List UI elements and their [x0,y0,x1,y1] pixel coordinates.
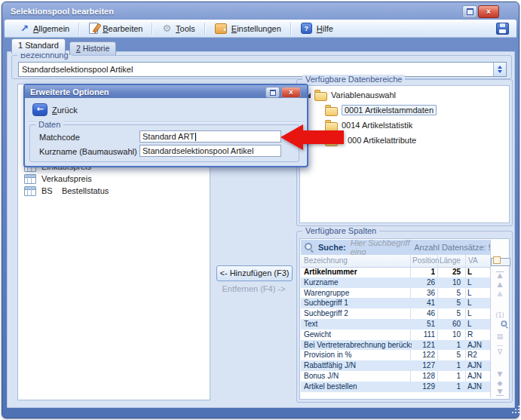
daten-group-label: Daten [35,120,63,129]
table-row[interactable]: Provision in %1225R2 [301,350,490,360]
table-body: Artikelnummer125L Kurzname2610L Warengru… [301,267,490,392]
copy-grid-icon[interactable] [491,258,510,266]
text-caret [195,133,196,141]
matchcode-label: Matchcode [39,133,80,142]
bezeichnung-value: Standardselektionspool Artikel [19,65,493,74]
save-floppy-icon[interactable] [496,23,509,35]
tree-item-label: 000 Artikelattribute [348,136,416,145]
kurzname-value: Standardselektionspool Artikel [143,146,253,155]
table-row[interactable]: Bonus J/N1281AJN [301,371,490,382]
window-titlebar: Selektionspool bearbeiten [2,2,519,20]
table-row[interactable]: Gewicht11110R [301,330,490,340]
table-search-bar[interactable]: Suche: Hier Suchbegriff eing Anzahl Date… [301,240,508,256]
table-row[interactable]: Suchbegriff 2465L [301,308,490,319]
restore-icon [270,90,276,96]
header-position[interactable]: Position [412,256,440,265]
tree-item-artikelstammdaten[interactable]: 0001 Artikelstammdaten [325,103,437,117]
table-row[interactable]: Kurzname2610L [301,277,490,288]
table-row[interactable]: Rabattfähig J/N1271AJN [301,360,490,371]
move-down-icon[interactable]: ▼ [491,371,509,378]
back-label: Zurück [52,106,78,115]
toolbar-label: Tools [176,24,195,33]
main-window: Selektionspool bearbeiten × ↗ Allgemein … [2,2,519,418]
erweiterte-optionen-dialog: Erweiterte Optionen × ← Zurück Daten Mat… [23,84,308,167]
group-count-icon[interactable]: (1) [491,312,509,319]
toolbar-item-bearbeiten[interactable]: Bearbeiten [82,21,149,35]
list-item[interactable]: Verkaufspreis [24,173,92,185]
folder-icon [325,122,338,131]
header-bezeichnung[interactable]: Bezeichnung [304,256,348,265]
matchcode-value: Standard ART [143,132,195,141]
scroll-top-icon[interactable]: ▲ [496,271,504,279]
toolbar-item-einstellungen[interactable]: Einstellungen [208,22,288,35]
toolbar-separator [78,23,80,35]
combobox-spinner[interactable] [493,63,506,76]
tab-page-standard: Bezeichnung Standardselektionspool Artik… [7,51,515,408]
restore-icon [467,8,473,15]
tree-item-label: Variablenauswahl [331,90,396,100]
main-toolbar: ↗ Allgemein Bearbeiten ⚙ Tools Einstellu… [5,20,516,38]
arrow-shaft [303,130,344,144]
matchcode-input[interactable]: Standard ART [139,130,281,143]
tab-bar: 1 Standard 2 Historie [11,38,116,52]
toolbar-item-tools[interactable]: ⚙ Tools [155,22,201,35]
toolbar-label: Allgemein [33,24,69,33]
gears-icon: ⚙ [162,23,171,33]
close-button[interactable]: × [478,5,499,18]
dialog-restore-button[interactable] [265,87,280,98]
edit-page-icon [89,23,98,34]
dialog-close-button[interactable]: × [281,87,301,98]
search-column-icon[interactable] [501,320,515,328]
tree-item-variablenauswahl[interactable]: Variablenauswahl [305,88,396,102]
dialog-divider [28,121,304,123]
tab-historie[interactable]: 2 Historie [69,41,116,55]
header-laenge[interactable]: Länge [440,256,461,265]
bezeichnung-combobox[interactable]: Standardselektionspool Artikel [18,62,507,77]
header-va[interactable]: VA [468,256,478,265]
tree-item-label-selected: 0001 Artikelstammdaten [342,105,437,115]
toolbar-separator [204,23,206,35]
back-button[interactable]: ← Zurück [32,103,78,116]
toolbar-label: Einstellungen [231,24,281,33]
table-row[interactable]: Warengruppe365L [301,288,490,299]
insert-row-icon[interactable]: ◆ [491,380,509,387]
datenbereiche-group: Verfügbare Datenbereiche Variablenauswah… [296,79,513,226]
spalten-group: Verfügbare Spalten Suche: Hier Suchbegri… [296,231,513,403]
kurzname-input[interactable]: Standardselektionspool Artikel [139,145,281,157]
dialog-titlebar: Erweiterte Optionen [25,85,307,98]
column-grid-icon [24,174,36,184]
table-row[interactable]: Text5160L [301,319,490,330]
table-row[interactable]: Suchbegriff 1415L [301,298,490,308]
toolbar-label: Bearbeiten [103,24,143,33]
arrow-head [280,124,303,150]
search-placeholder[interactable]: Hier Suchbegriff eing [351,238,415,256]
tab-standard[interactable]: 1 Standard [11,38,66,54]
add-button[interactable]: <- Hinzufügen (F3) [216,265,293,281]
table-row[interactable]: Artikel bestellen1291AJN [301,382,490,392]
restore-button[interactable] [462,5,477,18]
table-row[interactable]: Artikelnummer125L [301,267,490,277]
table-header[interactable]: Bezeichnung Position Länge VA [301,255,490,268]
datenbereiche-tree[interactable]: Variablenauswahl 0001 Artikelstammdaten … [299,85,510,223]
back-arrow-icon: ← [32,103,48,116]
resize-grip[interactable] [512,412,513,413]
toolbar-item-allgemein[interactable]: ↗ Allgemein [14,22,76,35]
sort-up-icon[interactable]: ▲ [491,290,509,297]
folder-icon [314,92,327,101]
search-icon [305,243,314,252]
filter-icon[interactable]: ∇ [491,349,509,356]
remove-button-disabled: Entfernen (F4) -> [216,284,291,293]
toolbar-separator [290,23,292,35]
list-item[interactable]: BS Bestellstatus [24,185,109,197]
kurzname-label: Kurzname (Baumauswahl) [39,147,137,156]
folder-icon [325,107,338,116]
scroll-bottom-icon[interactable]: ▼ [496,388,504,396]
move-up-icon[interactable]: ▲ [491,281,509,288]
search-label: Suche: [318,243,346,252]
bezeichnung-group: Bezeichnung Standardselektionspool Artik… [11,55,512,79]
details-icon[interactable]: ▤ [491,333,509,340]
table-row[interactable]: Bei Vertreterabrechnung berücksichtige12… [301,340,490,351]
dialog-title: Erweiterte Optionen [25,87,109,97]
toolbar-item-hilfe[interactable]: ? Hilfe [294,21,340,35]
tree-item-label: 0014 Artikelstatistik [342,121,412,130]
